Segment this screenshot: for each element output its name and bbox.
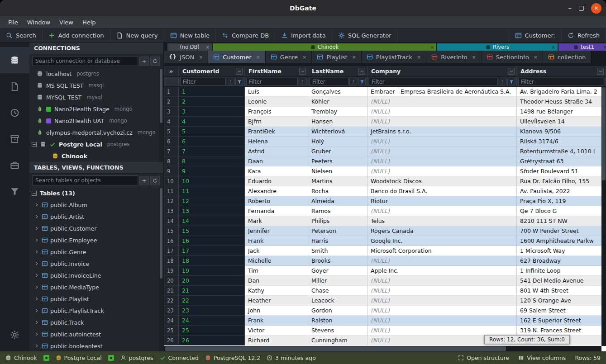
cell-company[interactable]: (NULL) bbox=[367, 306, 517, 316]
column-menu-button[interactable] bbox=[299, 68, 306, 75]
cell-firstname[interactable]: FrantiĐek bbox=[245, 127, 308, 137]
cell-customerid[interactable]: 7 bbox=[179, 147, 245, 156]
collapse-icon[interactable]: − bbox=[32, 142, 37, 147]
cell-firstname[interactable]: Alexandre bbox=[245, 186, 308, 196]
status-open-structure[interactable]: Open structure bbox=[458, 355, 509, 361]
column-header-company[interactable]: Company bbox=[367, 66, 517, 76]
cell-customerid[interactable]: 19 bbox=[179, 266, 245, 276]
cell-customerid[interactable]: 12 bbox=[179, 196, 245, 206]
table-item-public-genre[interactable]: public.Genre bbox=[29, 246, 163, 258]
table-item-public-employee[interactable]: public.Employee bbox=[29, 234, 163, 246]
cell-company[interactable]: (NULL) bbox=[367, 316, 517, 326]
cell-firstname[interactable]: Daan bbox=[245, 156, 308, 166]
table-item-public-artist[interactable]: public.Artist bbox=[29, 211, 163, 222]
row-number[interactable]: 7 bbox=[164, 147, 179, 156]
row-number[interactable]: 17 bbox=[164, 246, 179, 256]
cell-lastname[interactable]: Gruber bbox=[308, 147, 367, 156]
row-number[interactable]: 13 bbox=[164, 206, 179, 216]
cell-customerid[interactable]: 4 bbox=[179, 117, 245, 127]
toolbar-compare-db[interactable]: Compare DB bbox=[216, 29, 275, 42]
cell-lastname[interactable]: Wichterlová bbox=[308, 127, 367, 137]
menu-window[interactable]: Window bbox=[23, 17, 55, 28]
toolbar-new-table[interactable]: New table bbox=[164, 29, 216, 42]
cell-lastname[interactable]: Tremblay bbox=[308, 107, 367, 117]
connection-item-postgre-local[interactable]: −Postgre Localpostgres bbox=[29, 138, 163, 150]
filter-input-firstname[interactable] bbox=[246, 78, 298, 85]
cell-company[interactable]: (NULL) bbox=[367, 117, 517, 127]
cell-company[interactable]: (NULL) bbox=[367, 156, 517, 166]
cell-address[interactable]: 1498 rue Bélanger bbox=[517, 107, 606, 117]
cell-customerid[interactable]: 11 bbox=[179, 186, 245, 196]
cell-customerid[interactable]: 14 bbox=[179, 216, 245, 226]
cell-lastname[interactable]: Philips bbox=[308, 216, 367, 226]
cell-address[interactable]: 1 Infinite Loop bbox=[517, 266, 606, 276]
table-item-public-playlisttrack[interactable]: public.PlaylistTrack bbox=[29, 305, 163, 317]
file-tab-playlisttrack[interactable]: PlaylistTrack× bbox=[362, 51, 426, 63]
cell-firstname[interactable]: Luís bbox=[245, 87, 308, 97]
cell-address[interactable]: Praça Pio X, 119 bbox=[517, 196, 606, 206]
cell-firstname[interactable]: Victor bbox=[245, 326, 308, 336]
cell-firstname[interactable]: Helena bbox=[245, 137, 308, 147]
cell-lastname[interactable]: Ramos bbox=[308, 206, 367, 216]
cell-firstname[interactable]: Richard bbox=[245, 336, 308, 345]
table-item-public-playlist[interactable]: public.Playlist bbox=[29, 293, 163, 305]
cell-customerid[interactable]: 13 bbox=[179, 206, 245, 216]
row-number[interactable]: 4 bbox=[164, 117, 179, 127]
rail-settings[interactable] bbox=[0, 321, 29, 348]
toolbar-add-connection[interactable]: Add connection bbox=[43, 29, 110, 42]
cell-lastname[interactable]: Cunningham bbox=[308, 336, 367, 345]
cell-firstname[interactable]: Frank bbox=[245, 236, 308, 246]
rail-filters[interactable] bbox=[0, 178, 29, 204]
close-tab-icon[interactable]: × bbox=[534, 54, 538, 60]
cell-company[interactable]: Woodstock Discos bbox=[367, 176, 517, 186]
cell-company[interactable]: (NULL) bbox=[367, 256, 517, 266]
connections-search-input[interactable] bbox=[32, 56, 138, 66]
cell-firstname[interactable]: Kara bbox=[245, 166, 308, 176]
cell-company[interactable]: Microsoft Corporation bbox=[367, 246, 517, 256]
file-tab-collection[interactable]: collection bbox=[543, 51, 591, 63]
table-item-public-invoiceline[interactable]: public.InvoiceLine bbox=[29, 269, 163, 281]
row-number[interactable]: 12 bbox=[164, 196, 179, 206]
tables-group[interactable]: −Tables (13) bbox=[29, 187, 163, 199]
cell-address[interactable]: Av. Paulista, 2022 bbox=[517, 186, 606, 196]
cell-customerid[interactable]: 10 bbox=[179, 176, 245, 186]
cell-lastname[interactable]: Holý bbox=[308, 137, 367, 147]
db-tab-chinook[interactable]: Chinook× bbox=[213, 43, 436, 51]
status-postgresql-12-2[interactable]: PostgreSQL 12.2 bbox=[205, 355, 260, 361]
status-postgres[interactable]: postgres bbox=[120, 355, 153, 361]
row-number[interactable]: 14 bbox=[164, 216, 179, 226]
cell-lastname[interactable]: Goyer bbox=[308, 266, 367, 276]
cell-lastname[interactable]: Brooks bbox=[308, 256, 367, 266]
db-tab-rivers[interactable]: Rivers× bbox=[437, 43, 558, 51]
close-tab-icon[interactable]: × bbox=[302, 54, 306, 60]
cell-company[interactable]: JetBrains s.r.o. bbox=[367, 127, 517, 137]
cell-address[interactable]: 1600 Amphitheatre Parkw bbox=[517, 236, 606, 246]
row-number[interactable]: 21 bbox=[164, 286, 179, 296]
cell-firstname[interactable]: Eduardo bbox=[245, 176, 308, 186]
cell-firstname[interactable]: Dan bbox=[245, 276, 308, 286]
cell-firstname[interactable]: Astrid bbox=[245, 147, 308, 156]
maximize-button[interactable] bbox=[579, 6, 584, 11]
add-connection-mini-button[interactable]: + bbox=[139, 57, 149, 66]
row-number[interactable]: 5 bbox=[164, 127, 179, 137]
menu-view[interactable]: View bbox=[55, 17, 78, 28]
cell-address[interactable]: Klanova 9/506 bbox=[517, 127, 606, 137]
tables-scrollbar[interactable] bbox=[159, 187, 163, 351]
row-number[interactable]: 26 bbox=[164, 336, 179, 345]
rail-files[interactable] bbox=[0, 73, 29, 99]
cell-company[interactable]: (NULL) bbox=[367, 166, 517, 176]
filter-funnel-button[interactable] bbox=[358, 78, 366, 85]
row-number[interactable]: 9 bbox=[164, 166, 179, 176]
toolbar-new-query[interactable]: New query bbox=[110, 29, 164, 42]
row-number[interactable]: 23 bbox=[164, 306, 179, 316]
cell-customerid[interactable]: 18 bbox=[179, 256, 245, 266]
table-item-public-customer[interactable]: public.Customer bbox=[29, 222, 163, 234]
cell-company[interactable]: Riotur bbox=[367, 196, 517, 206]
cell-customerid[interactable]: 22 bbox=[179, 296, 245, 306]
cell-address[interactable]: Rotenturmstraße 4, 1010 I bbox=[517, 147, 606, 156]
cell-company[interactable]: (NULL) bbox=[367, 296, 517, 306]
close-tab-icon[interactable]: × bbox=[552, 45, 555, 50]
connection-item-nano2health-uat[interactable]: Nano2Health UATmongo bbox=[29, 115, 163, 127]
cell-address[interactable]: Grétrystraat 63 bbox=[517, 156, 606, 166]
status-3-minutes-ago[interactable]: 3 minutes ago bbox=[267, 355, 316, 361]
